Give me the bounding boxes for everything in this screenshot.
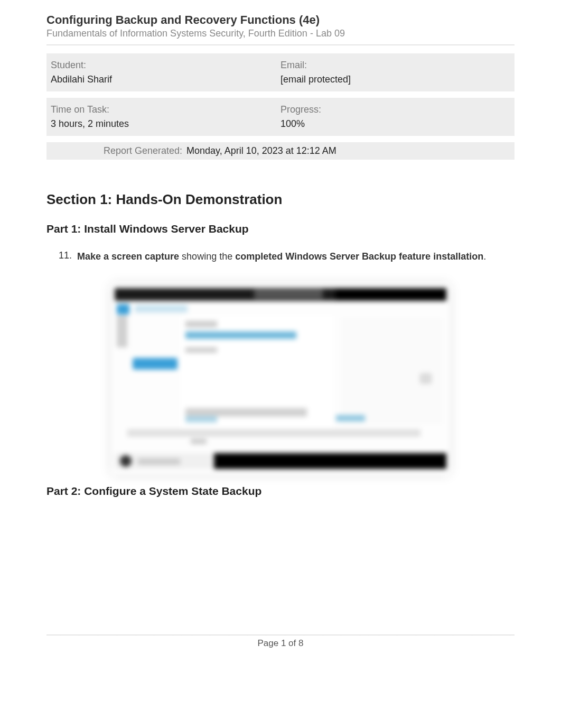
email-value: [email protected] xyxy=(280,74,510,85)
page-number: Page 1 of 8 xyxy=(0,638,561,649)
document-title: Configuring Backup and Recovery Function… xyxy=(46,13,515,27)
instruction-bold-2: completed Windows Server Backup feature … xyxy=(235,251,483,262)
time-label: Time on Task: xyxy=(51,104,280,115)
progress-label: Progress: xyxy=(280,104,510,115)
time-value: 3 hours, 2 minutes xyxy=(51,118,280,130)
document-subtitle: Fundamentals of Information Systems Secu… xyxy=(46,28,515,39)
footer-divider xyxy=(46,634,515,635)
report-generated-label: Report Generated: xyxy=(51,145,186,156)
embedded-screenshot xyxy=(111,284,450,474)
report-generated-box: Report Generated: Monday, April 10, 2023… xyxy=(46,142,515,160)
student-label: Student: xyxy=(51,60,280,71)
task-info-box: Time on Task: 3 hours, 2 minutes Progres… xyxy=(46,98,515,136)
part1-title: Part 1: Install Windows Server Backup xyxy=(46,223,515,235)
email-label: Email: xyxy=(280,60,510,71)
header-divider xyxy=(46,44,515,45)
section-title: Section 1: Hands-On Demonstration xyxy=(46,191,515,208)
instruction-end: . xyxy=(483,251,486,262)
instruction-mid: showing the xyxy=(179,251,235,262)
progress-value: 100% xyxy=(280,118,510,130)
report-generated-value: Monday, April 10, 2023 at 12:12 AM xyxy=(186,145,336,156)
instruction-text: Make a screen capture showing the comple… xyxy=(77,250,486,263)
part2-title: Part 2: Configure a System State Backup xyxy=(46,485,515,497)
student-value: Abdilahi Sharif xyxy=(51,74,280,85)
student-info-box: Student: Abdilahi Sharif Email: [email p… xyxy=(46,53,515,91)
instruction-number: 11. xyxy=(58,250,77,263)
instruction-item: 11. Make a screen capture showing the co… xyxy=(46,250,515,263)
screenshot-container xyxy=(46,284,515,474)
instruction-bold-1: Make a screen capture xyxy=(77,251,179,262)
